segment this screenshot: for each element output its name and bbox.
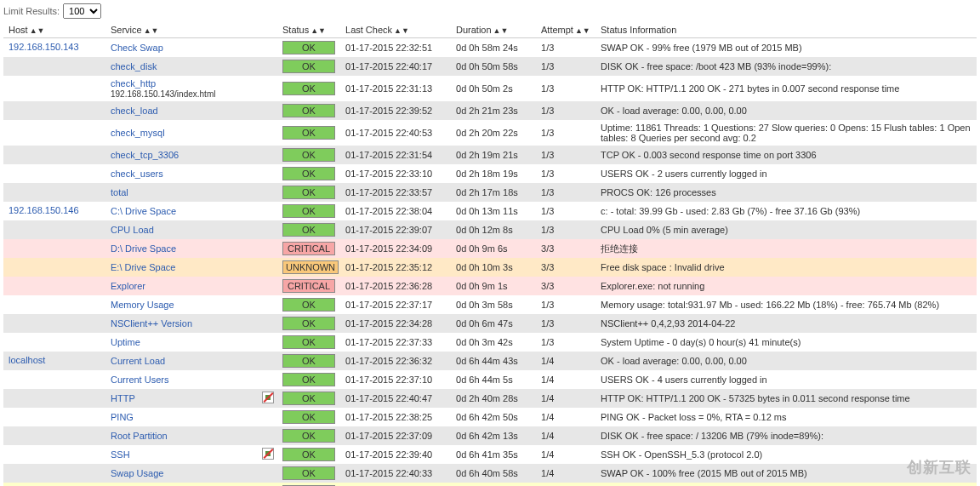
status-cell: OK <box>277 445 340 464</box>
service-link[interactable]: check_disk <box>111 61 157 71</box>
attempt-cell: 1/3 <box>536 101 595 120</box>
service-cell: check_tcp_3306 <box>105 146 259 164</box>
col-last-check[interactable]: Last Check▲▼ <box>340 22 451 38</box>
service-link[interactable]: check_mysql <box>111 128 165 138</box>
status-cell: OK <box>277 76 340 101</box>
table-row: ExplorerCRITICAL01-17-2015 22:36:280d 0h… <box>3 277 977 295</box>
service-link[interactable]: total <box>111 187 128 197</box>
icon-cell <box>259 426 277 445</box>
status-info-cell: CPU Load 0% (5 min average) <box>595 220 977 239</box>
status-badge: OK <box>282 354 335 368</box>
service-cell: Uptime <box>105 333 259 352</box>
status-badge: CRITICAL <box>282 242 335 255</box>
service-cell: Total Processes <box>105 483 259 486</box>
attempt-cell: 1/3 <box>536 120 595 146</box>
status-badge: OK <box>282 448 335 461</box>
sort-icon[interactable]: ▲▼ <box>30 26 45 35</box>
service-cell: Current Load <box>105 352 259 370</box>
status-cell: OK <box>277 352 340 370</box>
status-info-cell: 拒绝连接 <box>595 239 977 258</box>
duration-cell: 0d 0h 6m 47s <box>451 314 536 333</box>
icon-cell <box>259 202 277 220</box>
duration-cell: 0d 2h 19m 21s <box>451 146 536 164</box>
service-link[interactable]: D:\ Drive Space <box>111 243 176 254</box>
host-cell <box>3 370 105 389</box>
table-row: check_loadOK01-17-2015 22:39:520d 2h 21m… <box>3 101 977 120</box>
host-link[interactable]: 192.168.150.146 <box>9 205 79 215</box>
service-link[interactable]: SSH <box>111 449 130 460</box>
last-check-cell: 01-17-2015 22:39:07 <box>340 220 451 239</box>
service-link[interactable]: Explorer <box>111 281 145 291</box>
service-link[interactable]: check_http <box>111 78 156 89</box>
col-service[interactable]: Service▲▼ <box>105 22 277 38</box>
status-badge: OK <box>282 392 335 405</box>
service-extra: 192.168.150.143/index.html <box>111 89 215 99</box>
status-info-cell: OK - load average: 0.00, 0.00, 0.00 <box>595 101 977 120</box>
status-info-cell: Uptime: 11861 Threads: 1 Questions: 27 S… <box>595 120 977 146</box>
sort-icon[interactable]: ▲▼ <box>575 26 590 35</box>
col-duration[interactable]: Duration▲▼ <box>451 22 536 38</box>
service-link[interactable]: CPU Load <box>111 225 154 235</box>
duration-cell: 0d 2h 17m 18s <box>451 183 536 202</box>
service-link[interactable]: NSClient++ Version <box>111 318 192 329</box>
col-attempt[interactable]: Attempt▲▼ <box>536 22 595 38</box>
service-link[interactable]: Swap Usage <box>111 468 163 478</box>
col-host[interactable]: Host▲▼ <box>3 22 105 38</box>
duration-cell: 0d 0h 3m 58s <box>451 295 536 314</box>
status-cell: CRITICAL <box>277 239 340 258</box>
attempt-cell: 3/3 <box>536 258 595 277</box>
sort-icon[interactable]: ▲▼ <box>311 26 326 35</box>
service-link[interactable]: Check Swap <box>111 43 163 53</box>
service-link[interactable]: C:\ Drive Space <box>111 206 176 216</box>
table-row: SSHOK01-17-2015 22:39:400d 6h 41m 35s1/4… <box>3 445 977 464</box>
service-link[interactable]: Current Load <box>111 356 165 366</box>
service-link[interactable]: Current Users <box>111 375 168 385</box>
sort-icon[interactable]: ▲▼ <box>493 26 509 35</box>
last-check-cell: 01-17-2015 22:37:09 <box>340 426 451 445</box>
col-status[interactable]: Status▲▼ <box>277 22 340 38</box>
service-link[interactable]: HTTP <box>111 393 135 403</box>
service-link[interactable]: check_users <box>111 169 163 179</box>
limit-results-select[interactable]: 100 <box>63 3 101 19</box>
notifications-disabled-icon[interactable] <box>262 392 274 403</box>
duration-cell: 0d 3h 6m 12s <box>451 483 536 486</box>
duration-cell: 0d 2h 20m 22s <box>451 120 536 146</box>
table-row: Root PartitionOK01-17-2015 22:37:090d 6h… <box>3 426 977 445</box>
attempt-cell: 1/3 <box>536 164 595 183</box>
service-link[interactable]: check_load <box>111 106 158 116</box>
host-cell <box>3 464 105 483</box>
last-check-cell: 01-17-2015 22:36:32 <box>340 352 451 370</box>
status-info-cell: c: - total: 39.99 Gb - used: 2.83 Gb (7%… <box>595 202 977 220</box>
service-link[interactable]: Memory Usage <box>111 300 174 310</box>
service-link[interactable]: check_tcp_3306 <box>111 150 179 160</box>
table-row: D:\ Drive SpaceCRITICAL01-17-2015 22:34:… <box>3 239 977 258</box>
icon-cell <box>259 370 277 389</box>
limit-results-row: Limit Results: 100 <box>3 3 977 19</box>
host-cell <box>3 57 105 76</box>
notifications-disabled-icon[interactable] <box>262 448 274 460</box>
sort-icon[interactable]: ▲▼ <box>144 26 159 35</box>
status-cell: OK <box>277 101 340 120</box>
attempt-cell: 1/3 <box>536 295 595 314</box>
status-cell: OK <box>277 389 340 408</box>
service-cell: Memory Usage <box>105 295 259 314</box>
sort-icon[interactable]: ▲▼ <box>394 26 409 35</box>
service-link[interactable]: Root Partition <box>111 431 168 441</box>
service-link[interactable]: E:\ Drive Space <box>111 262 175 272</box>
host-link[interactable]: 192.168.150.143 <box>9 42 79 52</box>
icon-cell <box>259 464 277 483</box>
last-check-cell: 01-17-2015 22:38:25 <box>340 408 451 426</box>
status-cell: WARNING <box>277 483 340 486</box>
host-link[interactable]: localhost <box>9 355 45 365</box>
service-link[interactable]: Uptime <box>111 337 140 347</box>
service-link[interactable]: PING <box>111 412 134 422</box>
service-cell: CPU Load <box>105 220 259 239</box>
host-cell <box>3 164 105 183</box>
status-info-cell: SSH OK - OpenSSH_5.3 (protocol 2.0) <box>595 445 977 464</box>
host-cell <box>3 426 105 445</box>
status-badge: OK <box>282 317 335 330</box>
icon-cell <box>259 183 277 202</box>
icon-cell <box>259 164 277 183</box>
icon-cell <box>259 389 277 408</box>
status-cell: OK <box>277 295 340 314</box>
